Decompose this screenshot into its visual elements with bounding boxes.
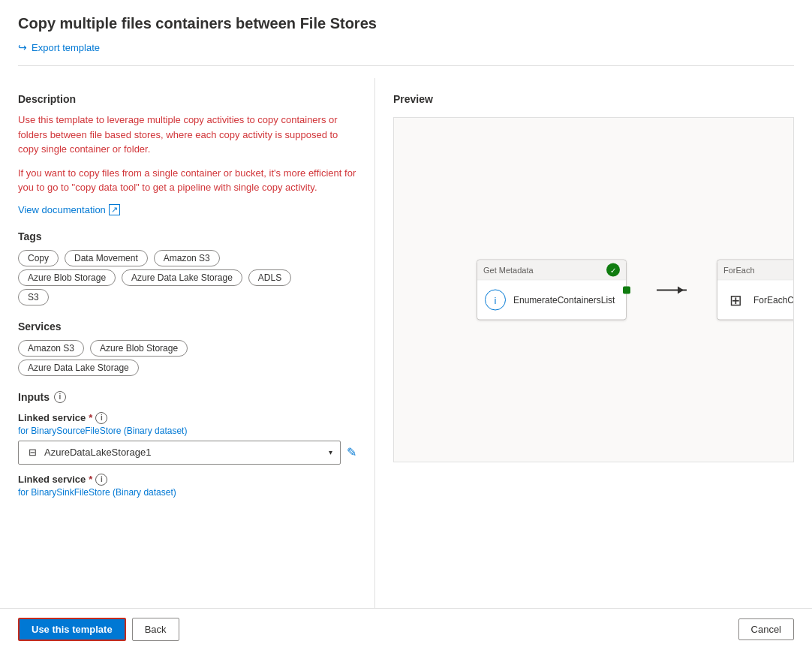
linked-service-1-label: Linked service * i bbox=[18, 412, 356, 424]
success-check-icon: ✓ bbox=[610, 266, 616, 274]
linked-service-2-label: Linked service * i bbox=[18, 474, 356, 486]
preview-title: Preview bbox=[393, 93, 794, 105]
get-metadata-icon: i bbox=[485, 290, 506, 311]
info-circle-icon: i bbox=[495, 294, 497, 305]
ls2-info-icon: i bbox=[95, 474, 107, 486]
tags-title: Tags bbox=[18, 230, 356, 242]
service-azure-dls: Azure Data Lake Storage bbox=[18, 360, 139, 376]
description-text-1: Use this template to leverage multiple c… bbox=[18, 113, 356, 157]
tag-adls: ADLS bbox=[248, 269, 291, 286]
ls1-chevron-icon: ▾ bbox=[329, 448, 332, 456]
ls1-value: AzureDataLakeStorage1 bbox=[44, 447, 151, 458]
description-text-2: If you want to copy files from a single … bbox=[18, 166, 356, 195]
view-docs-link[interactable]: View documentation ↗ bbox=[18, 204, 120, 215]
preview-canvas: Get Metadata ✓ i EnumerateContainersList bbox=[393, 117, 794, 462]
tag-amazon-s3: Amazon S3 bbox=[154, 250, 220, 266]
view-docs-label: View documentation bbox=[18, 204, 106, 215]
services-section: Services Amazon S3 Azure Blob Storage Az… bbox=[18, 320, 356, 376]
services-row-2: Azure Data Lake Storage bbox=[18, 360, 356, 376]
pipeline-diagram: Get Metadata ✓ i EnumerateContainersList bbox=[477, 260, 794, 320]
page-title: Copy multiple files containers between F… bbox=[18, 15, 794, 32]
foreach-symbol: ⊞ bbox=[729, 291, 742, 309]
foreach-label: ForEach bbox=[723, 266, 755, 275]
connector-line bbox=[657, 289, 687, 290]
ls1-sublabel: for BinarySourceFileStore (Binary datase… bbox=[18, 426, 356, 436]
footer-left: Use this template Back bbox=[18, 618, 179, 641]
inputs-info-icon: i bbox=[54, 391, 66, 403]
ls2-sublabel: for BinarySinkFileStore (Binary dataset) bbox=[18, 487, 356, 498]
tag-copy: Copy bbox=[18, 250, 59, 266]
content-area: Description Use this template to leverag… bbox=[0, 78, 812, 608]
get-metadata-header: Get Metadata ✓ bbox=[477, 260, 626, 281]
tags-row-3: S3 bbox=[18, 289, 356, 305]
storage-icon: ⊟ bbox=[26, 447, 38, 459]
export-template-link[interactable]: ↪ Export template bbox=[18, 41, 794, 53]
connector bbox=[657, 289, 687, 290]
linked-service-1-dropdown[interactable]: ⊟ AzureDataLakeStorage1 ▾ bbox=[18, 441, 341, 465]
tags-row-1: Copy Data Movement Amazon S3 bbox=[18, 250, 356, 266]
ls1-edit-icon[interactable]: ✎ bbox=[347, 445, 356, 459]
tag-azure-dls: Azure Data Lake Storage bbox=[122, 269, 242, 286]
export-label: Export template bbox=[32, 42, 100, 53]
get-metadata-label: Get Metadata bbox=[483, 266, 534, 275]
services-row-1: Amazon S3 Azure Blob Storage bbox=[18, 340, 356, 357]
main-container: Copy multiple files containers between F… bbox=[0, 0, 812, 650]
left-panel: Description Use this template to leverag… bbox=[0, 78, 375, 608]
right-panel: Preview Get Metadata ✓ i bbox=[375, 78, 812, 608]
foreach-activity-name: ForEachContainer bbox=[753, 295, 794, 305]
description-section: Description Use this template to leverag… bbox=[18, 93, 356, 230]
get-metadata-activity[interactable]: Get Metadata ✓ i EnumerateContainersList bbox=[477, 260, 627, 320]
services-title: Services bbox=[18, 320, 356, 333]
header-divider bbox=[18, 65, 794, 66]
foreach-activity[interactable]: ForEach ✓ ⊞ ForEachContainer bbox=[717, 260, 794, 320]
ls2-label-text: Linked service bbox=[18, 474, 86, 485]
ls1-dropdown-left: ⊟ AzureDataLakeStorage1 bbox=[26, 447, 151, 459]
ls1-required: * bbox=[89, 412, 92, 423]
tag-azure-blob: Azure Blob Storage bbox=[18, 269, 116, 286]
service-azure-blob: Azure Blob Storage bbox=[90, 340, 188, 357]
linked-service-2-group: Linked service * i for BinarySinkFileSto… bbox=[18, 474, 356, 498]
service-amazon-s3: Amazon S3 bbox=[18, 340, 84, 357]
use-template-button[interactable]: Use this template bbox=[18, 618, 126, 641]
cancel-button[interactable]: Cancel bbox=[738, 618, 794, 640]
inputs-section: Inputs i Linked service * i for BinarySo… bbox=[18, 391, 356, 498]
ls2-required: * bbox=[89, 474, 92, 485]
tags-row-2: Azure Blob Storage Azure Data Lake Stora… bbox=[18, 269, 356, 286]
tags-section: Tags Copy Data Movement Amazon S3 Azure … bbox=[18, 230, 356, 305]
inputs-title: Inputs i bbox=[18, 391, 356, 403]
tag-s3: S3 bbox=[18, 289, 49, 305]
get-metadata-output-port bbox=[623, 286, 630, 293]
description-title: Description bbox=[18, 93, 356, 105]
linked-service-1-group: Linked service * i for BinarySourceFileS… bbox=[18, 412, 356, 465]
get-metadata-activity-name: EnumerateContainersList bbox=[513, 295, 615, 305]
ls1-dropdown-container: ⊟ AzureDataLakeStorage1 ▾ ✎ bbox=[18, 441, 356, 465]
footer: Use this template Back Cancel bbox=[0, 608, 812, 650]
external-link-icon: ↗ bbox=[109, 204, 120, 215]
page-header: Copy multiple files containers between F… bbox=[0, 0, 812, 78]
ls1-label-text: Linked service bbox=[18, 412, 86, 423]
tag-data-movement: Data Movement bbox=[65, 250, 148, 266]
foreach-icon: ⊞ bbox=[725, 290, 746, 311]
export-arrow-icon: ↪ bbox=[18, 41, 27, 53]
back-button[interactable]: Back bbox=[132, 618, 179, 641]
foreach-header: ForEach ✓ bbox=[717, 260, 794, 281]
get-metadata-body: i EnumerateContainersList bbox=[477, 281, 626, 320]
inputs-label: Inputs bbox=[18, 391, 50, 403]
ls1-info-icon: i bbox=[95, 412, 107, 424]
foreach-body: ⊞ ForEachContainer bbox=[717, 281, 794, 320]
get-metadata-success-badge: ✓ bbox=[606, 263, 620, 277]
